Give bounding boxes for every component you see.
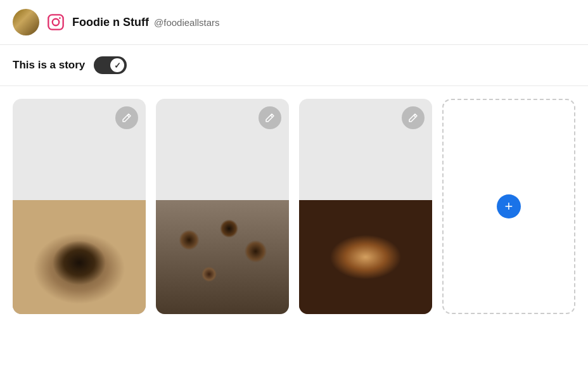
add-button[interactable]: + bbox=[497, 194, 521, 218]
header-text: Foodie n Stuff @foodieallstars bbox=[72, 16, 220, 29]
svg-rect-0 bbox=[48, 15, 63, 29]
story-label: This is a story bbox=[13, 59, 85, 72]
story-card-1 bbox=[13, 99, 146, 314]
pencil-icon bbox=[265, 113, 275, 123]
story-card-2 bbox=[156, 99, 289, 314]
account-handle: @foodieallstars bbox=[154, 17, 220, 28]
pencil-icon bbox=[408, 113, 418, 123]
story-section: This is a story ✓ bbox=[0, 45, 588, 86]
svg-point-2 bbox=[59, 17, 61, 19]
card-image-1 bbox=[13, 200, 146, 314]
cards-section: + bbox=[0, 86, 588, 327]
card-image-2 bbox=[156, 200, 289, 314]
add-story-card[interactable]: + bbox=[442, 99, 575, 314]
avatar bbox=[13, 9, 39, 35]
story-toggle[interactable]: ✓ bbox=[94, 56, 127, 74]
toggle-knob: ✓ bbox=[110, 58, 124, 72]
story-card-3 bbox=[299, 99, 432, 314]
edit-button-2[interactable] bbox=[259, 106, 281, 129]
edit-button-1[interactable] bbox=[115, 106, 138, 129]
header: Foodie n Stuff @foodieallstars bbox=[0, 0, 588, 45]
card-image-3 bbox=[299, 200, 432, 314]
account-name: Foodie n Stuff bbox=[72, 16, 149, 29]
pencil-icon bbox=[122, 113, 132, 123]
edit-button-3[interactable] bbox=[402, 106, 425, 129]
plus-icon: + bbox=[505, 199, 513, 213]
instagram-icon bbox=[47, 13, 65, 31]
svg-point-1 bbox=[53, 19, 60, 26]
toggle-check-icon: ✓ bbox=[114, 61, 121, 70]
